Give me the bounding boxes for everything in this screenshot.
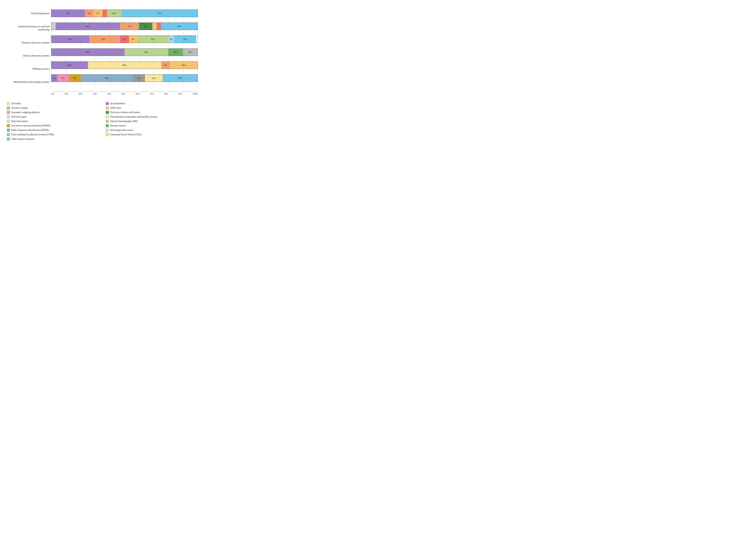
y-label: Identification and tracking systems bbox=[7, 80, 49, 84]
legend-color-box bbox=[106, 124, 109, 127]
bar-row: 50%30%10%10% bbox=[51, 47, 198, 57]
bar-segment: 10% bbox=[183, 49, 198, 56]
bar-row: 26%19%6%6%21%4%15% bbox=[51, 34, 198, 44]
legend-item: Ultra-wideband localization systems (UWB… bbox=[7, 133, 99, 136]
legend-color-box bbox=[7, 129, 10, 132]
bar-outline: 44%13%9%25% bbox=[51, 23, 198, 30]
x-tick: 10% bbox=[64, 93, 69, 95]
legend-item: Unmanned Aerial Vehicle (UAV) bbox=[106, 133, 198, 136]
bar-segment: 26% bbox=[51, 36, 89, 43]
bar-segment: 8% bbox=[69, 75, 81, 82]
bar-segment: 19% bbox=[170, 61, 198, 69]
bar-segment: 36% bbox=[81, 75, 133, 82]
bar-segment: 6% bbox=[94, 10, 103, 17]
y-labels: Animal behaviourAnimal performances and … bbox=[7, 7, 51, 95]
bar-segment bbox=[51, 23, 56, 30]
bar-segment: 24% bbox=[162, 75, 198, 82]
legend-color-box bbox=[106, 102, 109, 105]
legend-item: Electronic drinkers and feeders bbox=[106, 111, 198, 114]
legend-item: Automatic weighing platform bbox=[7, 111, 99, 114]
legend-color-box bbox=[106, 106, 109, 109]
x-tick: 0% bbox=[51, 93, 54, 95]
bar-segment: 15% bbox=[174, 36, 196, 43]
bar-row: 23%6%6%10%52% bbox=[51, 8, 198, 19]
bar-segment: 6% bbox=[129, 36, 138, 43]
bar-segment: 25% bbox=[51, 61, 88, 69]
legend-label: Environmental temperature and humidity s… bbox=[110, 116, 157, 118]
bar-segment bbox=[117, 36, 120, 43]
legend-label: Video frames extraction bbox=[11, 138, 34, 141]
bar-segment: 10% bbox=[168, 49, 183, 56]
bar-segment: 50% bbox=[51, 49, 125, 56]
bar-outline: 23%6%6%10%52% bbox=[51, 9, 198, 17]
bar-segment bbox=[157, 23, 161, 30]
legend-color-box bbox=[7, 133, 10, 136]
legend-label: Acoustic systems bbox=[11, 107, 28, 109]
legend-item: 3D model bbox=[7, 102, 99, 105]
legend-label: Pressure sensors bbox=[110, 124, 126, 127]
y-label: Milking systems bbox=[7, 67, 49, 71]
x-tick: 50% bbox=[122, 93, 126, 95]
bar-row: 4%8%8%36%8%12%24% bbox=[51, 73, 198, 83]
bar-segment: 25% bbox=[161, 23, 198, 30]
bar-segment: 4% bbox=[51, 75, 57, 82]
legend-item: Electronic gates bbox=[7, 115, 99, 119]
legend-color-box bbox=[106, 120, 109, 123]
legend-color-box bbox=[7, 115, 10, 119]
legend-label: Radio Frequency Identification (RFID) bbox=[11, 129, 49, 131]
legend-item: Acoustic systems bbox=[7, 106, 99, 109]
bar-outline: 4%8%8%36%8%12%24% bbox=[51, 74, 198, 82]
y-label: Diseases detection systems bbox=[7, 41, 49, 45]
legend-label: AMS robot bbox=[110, 107, 121, 109]
bar-row: 25%50%6%19% bbox=[51, 60, 198, 70]
legend-label: Ultra-wideband localization systems (UWB… bbox=[11, 133, 54, 136]
legend-item: Video frames extraction bbox=[7, 137, 99, 141]
x-axis: 0%10%20%30%40%50%60%70%80%90%100% bbox=[51, 92, 198, 95]
bar-wrapper: 4%8%8%36%8%12%24% bbox=[51, 74, 198, 82]
legend-item: AMS robot bbox=[106, 106, 198, 109]
y-label: Oestrus detection systems bbox=[7, 53, 49, 58]
legend-label: 3D model bbox=[11, 102, 21, 105]
x-tick: 90% bbox=[178, 93, 182, 95]
x-tick: 70% bbox=[150, 93, 154, 95]
legend-label: Unmanned Aerial Vehicle (UAV) bbox=[110, 133, 142, 136]
bar-segment: 8% bbox=[133, 75, 145, 82]
y-label: Animal performances and feed monitoring bbox=[7, 24, 49, 32]
x-tick: 30% bbox=[93, 93, 97, 95]
x-tick: 60% bbox=[136, 93, 140, 95]
bar-wrapper: 25%50%6%19% bbox=[51, 61, 198, 69]
bar-segment bbox=[152, 23, 157, 30]
bar-segment: 50% bbox=[88, 61, 161, 69]
bar-segment: 6% bbox=[161, 61, 170, 69]
bar-segment: 8% bbox=[57, 75, 69, 82]
legend-item: Environmental temperature and humidity s… bbox=[106, 115, 198, 119]
bar-segment: 44% bbox=[56, 23, 120, 30]
legend-color-box bbox=[7, 106, 10, 109]
bar-segment: 21% bbox=[138, 36, 168, 43]
bar-segment: 12% bbox=[145, 75, 162, 82]
x-tick: 40% bbox=[107, 93, 111, 95]
legend-color-box bbox=[7, 102, 10, 105]
bar-outline: 25%50%6%19% bbox=[51, 61, 198, 69]
bars-rows: 23%6%6%10%52%44%13%9%25%26%19%6%6%21%4%1… bbox=[51, 7, 198, 92]
bar-wrapper: 44%13%9%25% bbox=[51, 23, 198, 30]
bar-segment: 6% bbox=[85, 10, 94, 17]
bar-segment: 10% bbox=[107, 10, 122, 17]
legend-item: Accelerometers bbox=[106, 102, 198, 105]
x-tick: 20% bbox=[79, 93, 83, 95]
legend-label: Accelerometers bbox=[110, 102, 125, 105]
legend-item: low-power wide-area network (LPWAN) bbox=[7, 124, 99, 127]
bar-outline: 50%30%10%10% bbox=[51, 48, 198, 56]
bar-wrapper: 50%30%10%10% bbox=[51, 48, 198, 56]
legend-label: Infrared thermography (IRT) bbox=[110, 120, 138, 123]
legend-color-box bbox=[106, 129, 109, 132]
legend-label: Electronic gates bbox=[11, 116, 27, 118]
legend-item: Infrared thermography (IRT) bbox=[106, 120, 198, 123]
legend-color-box bbox=[106, 111, 109, 114]
bar-outline: 26%19%6%6%21%4%15% bbox=[51, 35, 198, 43]
bar-segment: 4% bbox=[168, 36, 174, 43]
legend-color-box bbox=[106, 133, 109, 136]
legend-label: Heart beat sensor bbox=[11, 120, 28, 123]
legend-item: Heart beat sensor bbox=[7, 120, 99, 123]
legend-label: Automatic weighing platform bbox=[11, 111, 40, 114]
